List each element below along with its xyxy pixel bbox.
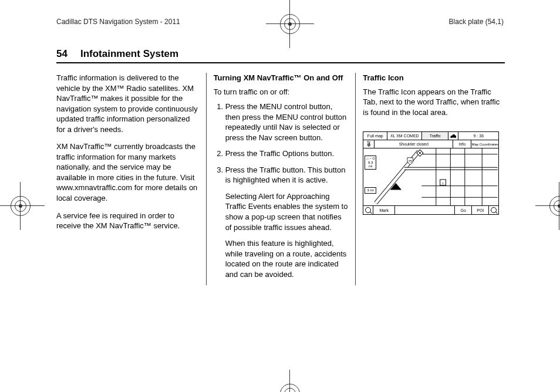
svg-text:i: i [443, 181, 444, 185]
plate-label: Black plate (54,1) [449, 18, 504, 26]
svg-point-4 [419, 153, 421, 154]
map-btn-fullmap: Full map [363, 132, 387, 140]
column-1: Traffic information is delivered to the … [56, 73, 206, 285]
page-number: 54 [56, 48, 68, 60]
col2-step-3: Press the Traffic button. This button is… [225, 165, 349, 279]
col2-step-2: Press the Traffic Options button. [225, 148, 349, 159]
map-top-row: Full map XL XM COMED Traffic 9 : 36 [363, 132, 498, 140]
col2-step-1: Press the MENU control button, then pres… [225, 102, 349, 143]
print-header: Cadillac DTS Navigation System - 2011 Bl… [56, 18, 504, 26]
col1-para1: Traffic information is delivered to the … [56, 73, 199, 134]
zoom-in-icon [489, 206, 498, 214]
map-bottom-row: Mark Go POI [363, 205, 498, 214]
map-btn-xlxm: XL XM COMED [387, 132, 422, 140]
map-btn-mark: Mark [373, 206, 395, 214]
zoom-out-icon [363, 206, 373, 214]
column-3: Traffic Icon The Traffic Icon appears on… [355, 73, 505, 285]
map-btn-traffic: Traffic [422, 132, 448, 140]
page-title: Infotainment System [80, 48, 178, 60]
map-btn-go: Go [455, 206, 472, 214]
map-btn-info: Info [453, 140, 471, 148]
map-btn-map-coordinates: Map Coordinates [471, 140, 498, 148]
column-2: Turning XM NavTraffic™ On and Off To tur… [206, 73, 356, 285]
map-btn-poi: POI [472, 206, 489, 214]
col3-para1: The Traffic Icon appears on the Traffic … [363, 87, 505, 118]
page-heading: 54 Infotainment System [56, 48, 505, 63]
col1-para3: A service fee is required in order to re… [56, 211, 199, 231]
doc-title: Cadillac DTS Navigation System - 2011 [56, 18, 180, 26]
col1-para2: XM NavTraffic™ currently broadcasts the … [56, 141, 199, 203]
col2-intro: To turn traffic on or off: [214, 87, 349, 97]
north-icon: N✥ [363, 140, 375, 148]
traffic-map-illustration: Full map XL XM COMED Traffic 9 : 36 N✥ S… [363, 131, 499, 215]
body-columns: Traffic information is delivered to the … [56, 73, 505, 285]
manual-page: Cadillac DTS Navigation System - 2011 Bl… [0, 0, 560, 392]
col2-after2: When this feature is highlighted, while … [225, 238, 349, 279]
content-frame: 54 Infotainment System Traffic informati… [56, 48, 505, 285]
map-time: 9 : 36 [458, 132, 498, 140]
col2-after1: Selecting Alert for Approaching Traffic … [225, 191, 349, 232]
map-row-2: N✥ Shoulder closed Info Map Coordinates [363, 140, 498, 148]
map-status: Shoulder closed [375, 140, 453, 148]
col2-step-3-text: Press the Traffic button. This button is… [225, 165, 346, 185]
col3-heading: Traffic Icon [363, 73, 505, 83]
col2-heading: Turning XM NavTraffic™ On and Off [214, 73, 349, 83]
map-roads-icon: 75 i [363, 148, 498, 206]
col2-steps: Press the MENU control button, then pres… [214, 102, 349, 279]
route-shield-label: 75 [409, 160, 413, 163]
map-body: 75 i ⌂→⊙ [363, 148, 498, 206]
car-icon [448, 132, 458, 140]
